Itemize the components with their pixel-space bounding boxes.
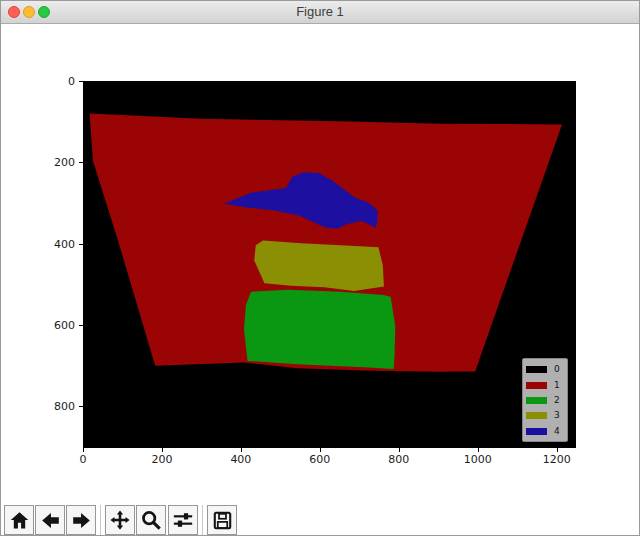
y-tick-mark — [79, 406, 83, 407]
sliders-icon — [172, 509, 194, 531]
y-tick-label: 600 — [54, 318, 75, 331]
zoom-rect-button[interactable] — [136, 505, 166, 535]
legend-entry: 0 — [523, 362, 567, 377]
arrow-right-icon — [71, 510, 92, 531]
figure-window: Figure 1 01234 0200400600800100012000200… — [0, 0, 640, 536]
x-tick-label: 400 — [230, 453, 251, 466]
move-icon — [109, 509, 131, 531]
region-olive-box — [254, 240, 384, 291]
x-tick-mark — [83, 448, 84, 452]
y-tick-mark — [79, 244, 83, 245]
y-tick-label: 200 — [54, 156, 75, 169]
legend-swatch — [526, 412, 547, 419]
plot-canvas[interactable]: 01234 — [83, 81, 576, 448]
y-tick-mark — [79, 325, 83, 326]
legend-entry: 1 — [523, 377, 567, 392]
legend-label: 3 — [554, 411, 560, 420]
x-tick-label: 0 — [80, 453, 87, 466]
save-button[interactable] — [207, 505, 237, 535]
title-bar[interactable]: Figure 1 — [1, 1, 639, 24]
x-tick-mark — [162, 448, 163, 452]
region-green-box — [244, 290, 395, 369]
segmentation-image — [84, 82, 575, 447]
magnifier-icon — [140, 509, 162, 531]
legend-label: 2 — [554, 396, 560, 405]
back-button[interactable] — [35, 505, 65, 535]
x-tick-label: 800 — [388, 453, 409, 466]
y-tick-label: 400 — [54, 237, 75, 250]
legend-entry: 2 — [523, 393, 567, 408]
legend-label: 1 — [554, 381, 560, 390]
legend-entry: 4 — [523, 424, 567, 439]
y-tick-mark — [79, 162, 83, 163]
legend-swatch — [526, 428, 547, 435]
configure-subplots-button[interactable] — [168, 505, 198, 535]
x-tick-mark — [557, 448, 558, 452]
legend-entry: 3 — [523, 408, 567, 423]
legend: 01234 — [522, 358, 568, 442]
x-tick-mark — [399, 448, 400, 452]
floppy-icon — [212, 510, 233, 531]
home-icon — [9, 510, 30, 531]
x-tick-label: 600 — [309, 453, 330, 466]
x-tick-mark — [320, 448, 321, 452]
legend-swatch — [526, 397, 547, 404]
pan-button[interactable] — [105, 505, 135, 535]
toolbar-separator — [202, 505, 203, 535]
legend-swatch — [526, 382, 547, 389]
y-tick-mark — [79, 81, 83, 82]
toolbar-separator — [100, 505, 101, 535]
x-tick-label: 1000 — [464, 453, 492, 466]
window-title: Figure 1 — [1, 1, 639, 23]
x-tick-label: 200 — [151, 453, 172, 466]
legend-swatch — [526, 366, 547, 373]
home-button[interactable] — [4, 505, 34, 535]
x-tick-mark — [241, 448, 242, 452]
legend-label: 4 — [554, 427, 560, 436]
arrow-left-icon — [40, 510, 61, 531]
y-tick-label: 800 — [54, 400, 75, 413]
legend-label: 0 — [554, 365, 560, 374]
x-tick-mark — [478, 448, 479, 452]
x-tick-label: 1200 — [543, 453, 571, 466]
forward-button[interactable] — [66, 505, 96, 535]
y-tick-label: 0 — [68, 75, 75, 88]
